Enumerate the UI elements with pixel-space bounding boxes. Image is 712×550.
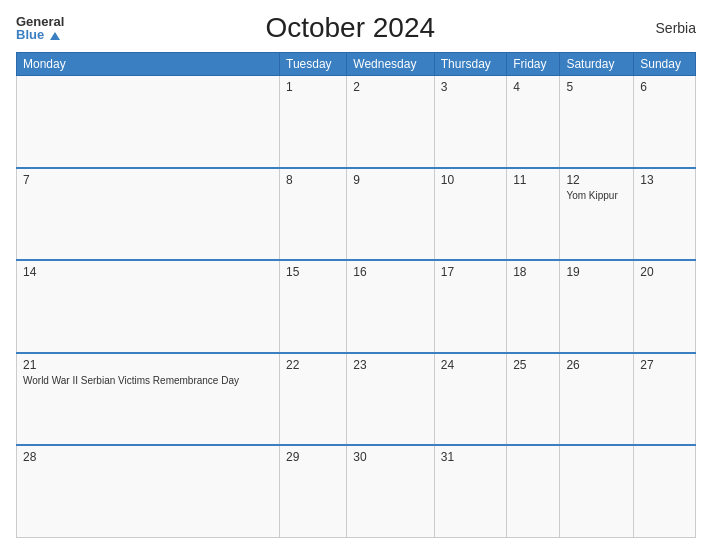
header-saturday: Saturday <box>560 53 634 76</box>
calendar-cell: 28 <box>17 445 280 537</box>
calendar-cell: 22 <box>280 353 347 445</box>
day-number: 31 <box>441 450 454 464</box>
day-number: 8 <box>286 173 293 187</box>
header-monday: Monday <box>17 53 280 76</box>
day-number: 3 <box>441 80 448 94</box>
day-number: 1 <box>286 80 293 94</box>
calendar-cell: 7 <box>17 168 280 260</box>
day-number: 26 <box>566 358 579 372</box>
calendar-cell: 10 <box>434 168 506 260</box>
calendar-cell: 1 <box>280 76 347 168</box>
calendar-cell: 5 <box>560 76 634 168</box>
holiday-text: Yom Kippur <box>566 189 627 202</box>
day-number: 5 <box>566 80 573 94</box>
calendar-cell <box>507 445 560 537</box>
day-number: 27 <box>640 358 653 372</box>
day-number: 17 <box>441 265 454 279</box>
day-number: 14 <box>23 265 36 279</box>
header-tuesday: Tuesday <box>280 53 347 76</box>
calendar-cell: 14 <box>17 260 280 352</box>
calendar-week-row: 21World War II Serbian Victims Remembran… <box>17 353 696 445</box>
day-number: 6 <box>640 80 647 94</box>
header-thursday: Thursday <box>434 53 506 76</box>
day-number: 19 <box>566 265 579 279</box>
day-number: 15 <box>286 265 299 279</box>
calendar-cell: 19 <box>560 260 634 352</box>
weekday-header-row: Monday Tuesday Wednesday Thursday Friday… <box>17 53 696 76</box>
calendar-cell: 21World War II Serbian Victims Remembran… <box>17 353 280 445</box>
day-number: 10 <box>441 173 454 187</box>
calendar-week-row: 123456 <box>17 76 696 168</box>
calendar-cell: 23 <box>347 353 434 445</box>
day-number: 13 <box>640 173 653 187</box>
day-number: 30 <box>353 450 366 464</box>
day-number: 20 <box>640 265 653 279</box>
day-number: 23 <box>353 358 366 372</box>
calendar-cell: 24 <box>434 353 506 445</box>
calendar-cell: 12Yom Kippur <box>560 168 634 260</box>
calendar-week-row: 789101112Yom Kippur13 <box>17 168 696 260</box>
calendar-cell: 25 <box>507 353 560 445</box>
holiday-text: World War II Serbian Victims Remembrance… <box>23 374 273 387</box>
calendar-cell: 26 <box>560 353 634 445</box>
day-number: 22 <box>286 358 299 372</box>
country-label: Serbia <box>636 20 696 36</box>
day-number: 29 <box>286 450 299 464</box>
day-number: 4 <box>513 80 520 94</box>
calendar-cell: 11 <box>507 168 560 260</box>
calendar-cell <box>634 445 696 537</box>
calendar-cell <box>560 445 634 537</box>
calendar-cell: 17 <box>434 260 506 352</box>
calendar-cell: 8 <box>280 168 347 260</box>
header-friday: Friday <box>507 53 560 76</box>
calendar-cell: 30 <box>347 445 434 537</box>
logo-blue-text: Blue <box>16 28 60 41</box>
calendar-cell: 18 <box>507 260 560 352</box>
day-number: 2 <box>353 80 360 94</box>
logo: General Blue <box>16 15 64 41</box>
day-number: 28 <box>23 450 36 464</box>
calendar-week-row: 28293031 <box>17 445 696 537</box>
calendar-cell: 2 <box>347 76 434 168</box>
calendar-cell: 6 <box>634 76 696 168</box>
calendar-cell: 16 <box>347 260 434 352</box>
calendar-cell: 13 <box>634 168 696 260</box>
calendar-cell: 15 <box>280 260 347 352</box>
day-number: 18 <box>513 265 526 279</box>
day-number: 7 <box>23 173 30 187</box>
day-number: 24 <box>441 358 454 372</box>
calendar-cell: 4 <box>507 76 560 168</box>
calendar-cell: 27 <box>634 353 696 445</box>
calendar-week-row: 14151617181920 <box>17 260 696 352</box>
calendar-table: Monday Tuesday Wednesday Thursday Friday… <box>16 52 696 538</box>
day-number: 16 <box>353 265 366 279</box>
day-number: 9 <box>353 173 360 187</box>
calendar-header: General Blue October 2024 Serbia <box>16 12 696 44</box>
calendar-cell: 9 <box>347 168 434 260</box>
day-number: 25 <box>513 358 526 372</box>
calendar-cell: 20 <box>634 260 696 352</box>
calendar-page: General Blue October 2024 Serbia Monday … <box>0 0 712 550</box>
calendar-cell: 3 <box>434 76 506 168</box>
calendar-cell <box>17 76 280 168</box>
calendar-cell: 31 <box>434 445 506 537</box>
calendar-title: October 2024 <box>64 12 636 44</box>
day-number: 11 <box>513 173 526 187</box>
logo-triangle-icon <box>50 32 60 40</box>
day-number: 21 <box>23 358 36 372</box>
header-sunday: Sunday <box>634 53 696 76</box>
header-wednesday: Wednesday <box>347 53 434 76</box>
day-number: 12 <box>566 173 579 187</box>
calendar-cell: 29 <box>280 445 347 537</box>
